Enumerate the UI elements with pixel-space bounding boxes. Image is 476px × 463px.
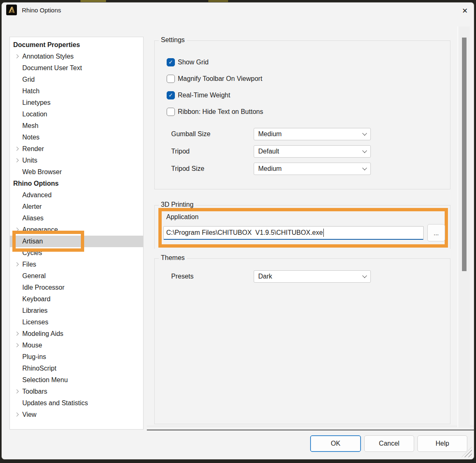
chevron-right-icon[interactable] [15, 332, 19, 336]
sidebar-item-appearance[interactable]: Appearance [10, 224, 143, 236]
sidebar-item-modeling-aids[interactable]: Modeling Aids [10, 328, 143, 340]
chevron-down-icon [362, 148, 367, 153]
chevron-right-icon[interactable] [15, 228, 19, 232]
sidebar-item-label: Units [22, 157, 37, 164]
checked-checkbox-icon[interactable]: ✓ [167, 58, 175, 66]
checkbox-ribbon-hide-text-on-buttons[interactable]: Ribbon: Hide Text on Buttons [167, 107, 263, 117]
sidebar-item-idle-processor[interactable]: Idle Processor [10, 282, 143, 293]
sidebar-item-advanced[interactable]: Advanced [10, 189, 143, 201]
checkbox-magnify-toolbar-on-viewport[interactable]: Magnify Toolbar On Viewport [167, 74, 263, 84]
sidebar-item-label: Mesh [22, 122, 38, 129]
dropdown-row-tripod-size: Tripod SizeMedium [171, 163, 439, 175]
browse-button[interactable]: ... [427, 224, 445, 241]
window-title: Rhino Options [22, 7, 61, 14]
sidebar-item-render[interactable]: Render [10, 143, 143, 155]
sidebar-item-selection-menu[interactable]: Selection Menu [10, 374, 143, 386]
chevron-right-icon[interactable] [15, 147, 19, 151]
chevron-right-icon[interactable] [15, 343, 19, 347]
rhino-options-dialog: Rhino Options ✕ Document PropertiesAnnot… [1, 2, 474, 460]
dropdown-tripod[interactable]: Default [254, 145, 371, 158]
sidebar-item-artisan[interactable]: Artisan [10, 236, 143, 247]
sidebar-item-label: Files [22, 261, 36, 268]
sidebar-item-label: Location [22, 111, 47, 118]
dropdown-row-tripod: TripodDefault [171, 145, 439, 158]
sidebar-item-label: Hatch [22, 87, 40, 94]
sidebar-item-label: Notes [22, 134, 40, 141]
sidebar-item-notes[interactable]: Notes [10, 132, 143, 143]
unchecked-checkbox-icon[interactable] [167, 75, 175, 83]
chevron-right-icon[interactable] [15, 262, 19, 267]
sidebar-item-mouse[interactable]: Mouse [10, 340, 143, 351]
sidebar-item-label: Aliases [22, 215, 44, 222]
checkbox-label: Magnify Toolbar On Viewport [178, 75, 262, 83]
sidebar-item-annotation-styles[interactable]: Annotation Styles [10, 51, 143, 62]
sidebar-item-aliases[interactable]: Aliases [10, 213, 143, 224]
presets-value: Dark [258, 273, 363, 280]
sidebar-item-alerter[interactable]: Alerter [10, 201, 143, 213]
presets-label: Presets [171, 270, 193, 283]
sidebar-item-plug-ins[interactable]: Plug-ins [10, 351, 143, 363]
sidebar-item-label: Toolbars [22, 388, 47, 395]
themes-group-legend: Themes [159, 254, 187, 262]
dropdown-gumball-size[interactable]: Medium [254, 128, 371, 140]
sidebar-item-web-browser[interactable]: Web Browser [10, 166, 143, 178]
sidebar-item-label: Keyboard [22, 295, 51, 302]
scrollbar-track[interactable] [457, 26, 470, 428]
sidebar-item-label: Document User Text [22, 64, 82, 71]
themes-group: Themes Presets Dark [154, 258, 450, 424]
ok-button[interactable]: OK [310, 435, 361, 452]
dropdown-value: Medium [258, 165, 363, 172]
sidebar-item-location[interactable]: Location [10, 109, 143, 120]
sidebar-item-label: Advanced [22, 191, 52, 198]
sidebar-item-files[interactable]: Files [10, 259, 143, 270]
sidebar-item-label: Updates and Statistics [22, 399, 88, 406]
close-button[interactable]: ✕ [456, 2, 474, 19]
sidebar-item-rhinoscript[interactable]: RhinoScript [10, 363, 143, 374]
dropdown-tripod-size[interactable]: Medium [254, 163, 371, 175]
cancel-button[interactable]: Cancel [364, 435, 414, 452]
checkbox-real-time-weight[interactable]: ✓Real-Time Weight [167, 90, 263, 100]
printing-group-legend: 3D Printing [159, 201, 196, 208]
sidebar-item-label: Licenses [22, 319, 48, 326]
settings-group: Settings ✓Show GridMagnify Toolbar On Vi… [154, 40, 450, 189]
dropdown-label: Tripod [171, 145, 190, 158]
sidebar-item-units[interactable]: Units [10, 155, 143, 166]
chevron-right-icon[interactable] [15, 158, 19, 163]
sidebar: Document PropertiesAnnotation StylesDocu… [9, 37, 144, 430]
scrollbar-thumb[interactable] [462, 38, 467, 271]
settings-dropdowns: Gumball SizeMediumTripodDefaultTripod Si… [171, 128, 439, 180]
sidebar-item-grid[interactable]: Grid [10, 74, 143, 85]
sidebar-item-label: Alerter [22, 203, 42, 210]
sidebar-item-licenses[interactable]: Licenses [10, 317, 143, 328]
application-path-input[interactable]: C:\Program Files\CHITUBOX V1.9.5\CHITUBO… [163, 226, 424, 240]
help-button[interactable]: Help [417, 435, 467, 452]
sidebar-item-document-user-text[interactable]: Document User Text [10, 62, 143, 74]
sidebar-item-mesh[interactable]: Mesh [10, 120, 143, 132]
chevron-right-icon[interactable] [15, 54, 19, 59]
sidebar-item-label: Modeling Aids [22, 330, 64, 337]
chevron-right-icon[interactable] [15, 390, 19, 394]
presets-dropdown[interactable]: Dark [254, 270, 371, 283]
sidebar-item-updates-and-statistics[interactable]: Updates and Statistics [10, 397, 143, 409]
sidebar-item-label: RhinoScript [22, 365, 57, 372]
title-bar[interactable]: Rhino Options ✕ [2, 2, 474, 21]
sidebar-item-keyboard[interactable]: Keyboard [10, 293, 143, 305]
checkbox-label: Ribbon: Hide Text on Buttons [178, 108, 263, 116]
sidebar-item-label: Grid [22, 76, 35, 83]
dropdown-label: Tripod Size [171, 163, 204, 175]
unchecked-checkbox-icon[interactable] [167, 108, 175, 116]
checked-checkbox-icon[interactable]: ✓ [167, 91, 175, 99]
sidebar-item-general[interactable]: General [10, 270, 143, 282]
checkbox-show-grid[interactable]: ✓Show Grid [167, 57, 263, 67]
sidebar-item-label: Linetypes [22, 99, 51, 106]
chevron-right-icon[interactable] [15, 413, 19, 417]
sidebar-item-view[interactable]: View [10, 409, 143, 420]
settings-group-legend: Settings [159, 36, 187, 44]
sidebar-item-label: Artisan [22, 238, 43, 245]
sidebar-item-cycles[interactable]: Cycles [10, 247, 143, 259]
checkbox-label: Real-Time Weight [178, 92, 230, 99]
sidebar-item-toolbars[interactable]: Toolbars [10, 386, 143, 397]
sidebar-item-libraries[interactable]: Libraries [10, 305, 143, 317]
sidebar-item-hatch[interactable]: Hatch [10, 85, 143, 97]
sidebar-item-linetypes[interactable]: Linetypes [10, 97, 143, 109]
